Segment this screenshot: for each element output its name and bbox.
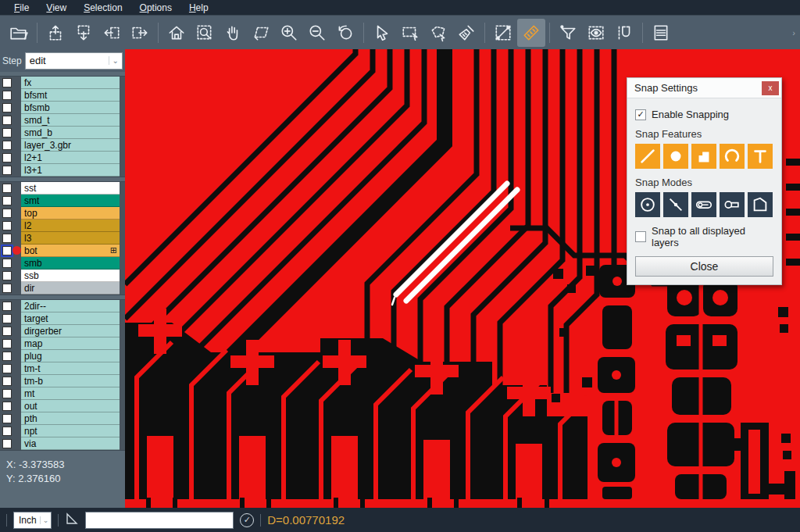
layer-checkbox[interactable]: [2, 427, 12, 436]
filter-button[interactable]: [554, 19, 582, 47]
unit-dropdown[interactable]: Inch ⌄: [13, 512, 52, 529]
layer-checkbox[interactable]: [2, 166, 12, 175]
toolbar-overflow-chevron[interactable]: ›: [792, 28, 795, 37]
layer-row-npt[interactable]: npt: [0, 425, 125, 437]
panel-shift-down-button[interactable]: [70, 19, 98, 47]
layer-checkbox[interactable]: [2, 439, 12, 448]
snap-midpoint-button[interactable]: [663, 192, 688, 217]
layer-checkbox[interactable]: [2, 402, 12, 411]
select-rect-button[interactable]: [396, 19, 424, 47]
layer-row-bfsmt[interactable]: bfsmt: [0, 89, 125, 102]
snap-text-button[interactable]: [748, 144, 773, 169]
zoom-window-button[interactable]: [191, 19, 219, 47]
snap-line-button[interactable]: [635, 144, 660, 169]
show-selection-button[interactable]: [582, 19, 610, 47]
layer-checkbox[interactable]: [2, 78, 12, 87]
layer-checkbox[interactable]: [2, 91, 12, 100]
layer-row-sst[interactable]: sst: [0, 182, 125, 195]
layer-checkbox[interactable]: [2, 339, 12, 348]
layer-checkbox[interactable]: [2, 389, 12, 398]
layer-checkbox[interactable]: [2, 184, 12, 193]
layer-checkbox[interactable]: [2, 103, 12, 112]
pcb-canvas[interactable]: Snap Settings x ✓ Enable Snapping Snap F…: [125, 49, 800, 508]
panel-shift-left-button[interactable]: [98, 19, 126, 47]
measure-input[interactable]: [85, 512, 234, 529]
open-folder-button[interactable]: [5, 19, 33, 47]
layer-row-2dir--[interactable]: 2dir--: [0, 300, 125, 312]
layer-checkbox[interactable]: [2, 364, 12, 373]
layer-row-fx[interactable]: fx: [0, 77, 125, 89]
snap-magnet-button[interactable]: [610, 19, 638, 47]
layer-row-target[interactable]: target: [0, 312, 125, 325]
home-view-button[interactable]: [162, 19, 191, 47]
step-dropdown[interactable]: edit ⌄: [25, 52, 123, 70]
layer-checkbox[interactable]: [2, 327, 12, 336]
layer-row-pth[interactable]: pth: [0, 412, 125, 425]
layer-checkbox[interactable]: [2, 246, 12, 255]
layer-checkbox[interactable]: [2, 284, 12, 293]
layer-row-plug[interactable]: plug: [0, 350, 125, 362]
layer-checkbox[interactable]: [2, 141, 12, 150]
layer-checkbox[interactable]: [2, 271, 12, 280]
all-layers-checkbox[interactable]: [635, 231, 646, 242]
panel-shift-up-button[interactable]: [41, 19, 70, 47]
dialog-title-bar[interactable]: Snap Settings x: [627, 78, 781, 98]
report-form-button[interactable]: [647, 19, 675, 47]
layer-row-via[interactable]: via: [0, 437, 125, 450]
layer-checkbox[interactable]: [2, 196, 12, 205]
grid-icon[interactable]: ⊞: [110, 245, 117, 255]
snap-slot-end-button[interactable]: [691, 192, 716, 217]
apply-check-icon[interactable]: ✓: [240, 513, 254, 527]
menu-file[interactable]: File: [6, 1, 37, 15]
enable-snapping-row[interactable]: ✓ Enable Snapping: [635, 109, 773, 120]
zoom-out-button[interactable]: [303, 19, 331, 47]
measure-ruler-button[interactable]: [517, 19, 545, 47]
zoom-in-button[interactable]: [275, 19, 303, 47]
snap-corner-button[interactable]: [748, 192, 773, 217]
layer-checkbox[interactable]: [2, 302, 12, 311]
layer-row-tm-t[interactable]: tm-t: [0, 362, 125, 375]
snap-center-button[interactable]: [635, 192, 660, 217]
layer-row-mt[interactable]: mt: [0, 387, 125, 400]
layer-row-smt[interactable]: smt: [0, 195, 125, 207]
menu-options[interactable]: Options: [132, 1, 180, 15]
menu-selection[interactable]: Selection: [76, 1, 130, 15]
layer-checkbox[interactable]: [2, 352, 12, 361]
snap-pad-button[interactable]: [663, 144, 688, 169]
layer-checkbox[interactable]: [2, 153, 12, 162]
layer-checkbox[interactable]: [2, 209, 12, 218]
layer-row-l3[interactable]: l3: [0, 232, 125, 245]
layer-row-smd_t[interactable]: smd_t: [0, 114, 125, 127]
layer-row-layer_3.gbr[interactable]: layer_3.gbr: [0, 139, 125, 152]
layer-row-top[interactable]: top: [0, 207, 125, 220]
layer-checkbox[interactable]: [2, 221, 12, 230]
layer-checkbox[interactable]: [2, 128, 12, 137]
all-layers-row[interactable]: Snap to all displayed layers: [635, 225, 773, 248]
layer-checkbox[interactable]: [2, 414, 12, 423]
select-cursor-button[interactable]: [368, 19, 396, 47]
layer-row-l3+1[interactable]: l3+1: [0, 164, 125, 177]
layer-checkbox[interactable]: [2, 259, 12, 268]
layer-row-ssb[interactable]: ssb: [0, 270, 125, 282]
layer-row-smd_b[interactable]: smd_b: [0, 127, 125, 139]
clean-brush-button[interactable]: [452, 19, 480, 47]
panel-shift-right-button[interactable]: [126, 19, 154, 47]
menu-view[interactable]: View: [38, 1, 74, 15]
select-polygon-button[interactable]: [424, 19, 452, 47]
layer-checkbox[interactable]: [2, 234, 12, 243]
snap-slot-button[interactable]: [720, 192, 745, 217]
layer-row-bot[interactable]: bot⊞: [0, 245, 125, 257]
layer-row-dir[interactable]: dir: [0, 282, 125, 295]
layer-row-l2[interactable]: l2: [0, 220, 125, 232]
angle-mode-icon[interactable]: [65, 512, 79, 529]
layer-checkbox[interactable]: [2, 116, 12, 125]
pan-button[interactable]: [219, 19, 247, 47]
enable-snapping-checkbox[interactable]: ✓: [635, 109, 646, 120]
zoom-object-button[interactable]: [247, 19, 275, 47]
snap-surface-button[interactable]: [691, 144, 716, 169]
layer-checkbox[interactable]: [2, 377, 12, 386]
dialog-close-action-button[interactable]: Close: [635, 256, 773, 277]
dialog-close-button[interactable]: x: [762, 81, 779, 95]
menu-help[interactable]: Help: [181, 1, 216, 15]
measure-line-button[interactable]: [489, 19, 517, 47]
